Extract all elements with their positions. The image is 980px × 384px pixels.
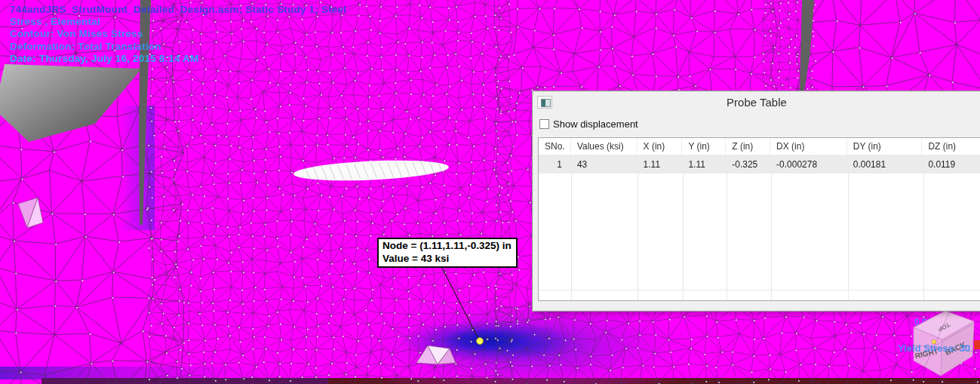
probe-callout-node: Node = (1.11,1.11,-0.325) in [382,240,512,253]
fea-viewport[interactable]: 744andJRS_StrutMount_Detailed_Design.asm… [0,0,980,384]
column-header-y-in-[interactable]: Y (in) [682,138,726,155]
probe-callout: Node = (1.11,1.11,-0.325) in Value = 43 … [377,238,518,268]
header-line-5: Date: Thursday, July 16, 2015 8:14 AM [10,53,346,65]
probe-table[interactable]: SNo.Values (ksi)X (in)Y (in)Z (in)DX (in… [538,137,980,301]
table-cell[interactable]: -0.325 [726,155,770,174]
probe-table-dialog: Probe Table Show displacement SNo.Values… [532,91,980,312]
column-header-dz-in-[interactable]: DZ (in) [922,138,980,155]
table-cell[interactable]: -0.000278 [770,155,847,174]
table-cell[interactable]: 43 [571,155,637,174]
header-line-3: Contour: Von Mises Stress [10,28,346,40]
table-cell[interactable]: 1.11 [682,155,726,174]
header-line-4: Deformation: Total Translation [10,41,346,53]
probe-table-header: SNo.Values (ksi)X (in)Y (in)Z (in)DX (in… [539,138,980,155]
probe-table-row[interactable]: 1431.111.11-0.325-0.0002780.001810.0119 [539,155,980,174]
header-line-2: Stress , Elemental [10,16,346,28]
dialog-title: Probe Table [533,96,980,109]
table-cell[interactable]: 1.11 [637,155,683,174]
column-header-dy-in-[interactable]: DY (in) [847,138,923,155]
probe-table-titlebar[interactable]: Probe Table [533,91,980,114]
column-header-x-in-[interactable]: X (in) [637,138,683,155]
table-cell[interactable]: 0.00181 [847,155,923,174]
result-header-text: 744andJRS_StrutMount_Detailed_Design.asm… [10,4,346,65]
show-displacement-checkbox[interactable] [539,119,549,129]
table-cell[interactable]: 0.0119 [922,155,980,174]
probe-callout-value: Value = 43 ksi [382,253,512,266]
header-line-1: 744andJRS_StrutMount_Detailed_Design.asm… [10,4,346,16]
table-cell[interactable]: 1 [539,155,571,174]
show-displacement-row[interactable]: Show displacement [539,118,638,130]
yield-stress-label: Yield Stress: 30 [898,343,970,354]
column-header-z-in-[interactable]: Z (in) [726,138,770,155]
column-header-dx-in-[interactable]: DX (in) [770,138,847,155]
column-header-values-ksi-[interactable]: Values (ksi) [571,138,637,155]
yield-legend-marker [974,340,980,349]
show-displacement-label[interactable]: Show displacement [553,118,638,130]
column-header-sno-[interactable]: SNo. [539,138,571,155]
